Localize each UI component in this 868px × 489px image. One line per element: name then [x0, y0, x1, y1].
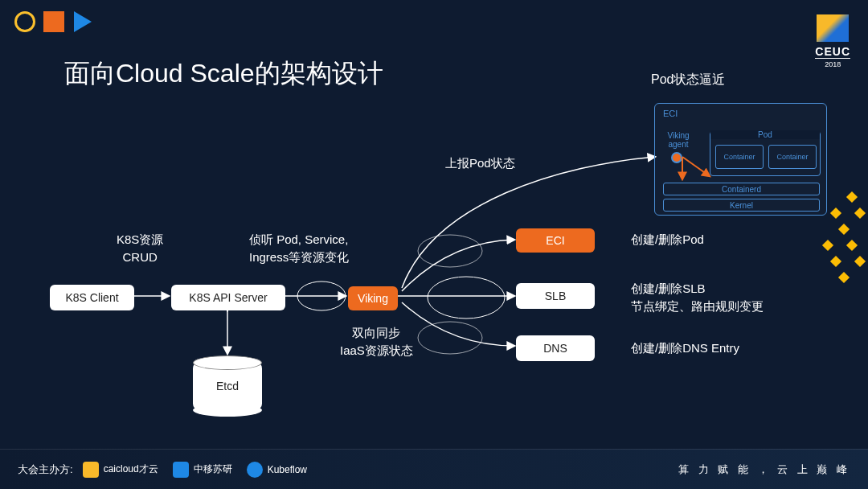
node-eci: ECI: [516, 228, 595, 253]
containerd-bar: Containerd: [663, 183, 820, 195]
eci-detail-panel: ECI Viking agent Pod Container Container…: [654, 103, 827, 216]
pod-title: Pod: [710, 130, 820, 139]
label-eci-op: 创建/删除Pod: [631, 231, 704, 249]
node-slb: SLB: [516, 283, 595, 309]
host-label: 大会主办方:: [18, 462, 73, 477]
eci-panel-title: ECI: [663, 109, 678, 118]
diagram-canvas: K8S Client K8S API Server Etcd Viking EC…: [0, 0, 868, 489]
node-etcd: Etcd: [193, 362, 262, 410]
label-crud: K8S资源 CRUD: [117, 231, 163, 266]
viking-agent-label: Viking agent: [663, 131, 694, 149]
node-dns: DNS: [516, 335, 595, 361]
label-listen: 侦听 Pod, Service, Ingress等资源变化: [249, 231, 349, 266]
label-dns-op: 创建/删除DNS Entry: [631, 339, 739, 357]
label-slb-op: 创建/删除SLB 节点绑定、路由规则变更: [631, 280, 764, 315]
label-pod-approach: Pod状态逼近: [651, 71, 725, 88]
sponsor-kubeflow: Kubeflow: [247, 462, 307, 478]
label-sync: 双向同步 IaaS资源状态: [340, 324, 413, 360]
node-viking: Viking: [348, 286, 398, 310]
sponsor-cmcc: 中移苏研: [173, 462, 232, 478]
pod-group: Pod Container Container: [710, 131, 821, 176]
caicloud-icon: [83, 462, 99, 478]
sponsor-caicloud: caicloud才云: [83, 462, 158, 478]
tagline: 算 力 赋 能 ， 云 上 巅 峰: [678, 462, 850, 477]
cmcc-icon: [173, 462, 189, 478]
container-2: Container: [768, 145, 817, 169]
node-k8s-api-server: K8S API Server: [171, 285, 285, 310]
kubeflow-icon: [247, 462, 263, 478]
sponsor-list: caicloud才云 中移苏研 Kubeflow: [83, 462, 307, 478]
label-report: 上报Pod状态: [445, 154, 515, 172]
container-1: Container: [715, 145, 764, 169]
node-k8s-client: K8S Client: [50, 285, 134, 310]
footer-bar: 大会主办方: caicloud才云 中移苏研 Kubeflow 算 力 赋 能 …: [0, 449, 868, 489]
kernel-bar: Kernel: [663, 199, 820, 212]
